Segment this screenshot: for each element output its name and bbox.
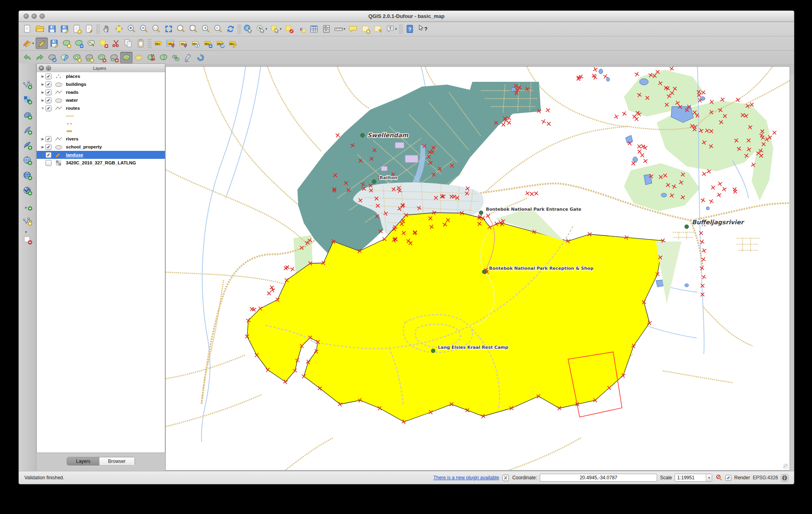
zoom-window-button[interactable] xyxy=(40,14,45,19)
labeling-button[interactable]: abc xyxy=(152,38,164,49)
layer-visibility-checkbox[interactable]: ✓ xyxy=(46,152,51,158)
scale-combo[interactable]: 1:19951 ▼ xyxy=(675,474,712,482)
layer-item-buildings[interactable]: ▶✓buildings xyxy=(37,80,165,88)
coordinate-input[interactable]: 20.4945,-34.0787 xyxy=(540,474,657,482)
refresh-button[interactable] xyxy=(224,23,237,35)
add-mssql-layer-button[interactable] xyxy=(21,139,34,151)
split-features-button[interactable] xyxy=(145,52,157,63)
minimize-window-button[interactable] xyxy=(32,14,37,19)
save-project-as-button[interactable] xyxy=(58,23,71,35)
layer-item-water[interactable]: ▶✓water xyxy=(37,96,165,104)
measure-button[interactable] xyxy=(333,23,345,35)
help-button[interactable]: ? xyxy=(404,23,416,35)
crs-button[interactable] xyxy=(781,474,788,482)
layer-visibility-checkbox[interactable]: ✓ xyxy=(46,81,51,87)
current-edits-button[interactable] xyxy=(21,38,34,49)
undo-button[interactable] xyxy=(21,52,34,63)
add-spatialite-layer-button[interactable] xyxy=(21,124,34,136)
text-annotation-button[interactable]: T xyxy=(384,23,396,35)
plugin-icon[interactable] xyxy=(502,474,509,482)
layer-visibility-checkbox[interactable] xyxy=(46,160,51,166)
layer-expand-icon[interactable]: ▶ xyxy=(40,145,46,149)
zoom-out-button[interactable] xyxy=(138,23,150,35)
title-bar[interactable]: QGIS 2.0.1-Dufour - basic_map xyxy=(19,11,794,22)
cut-features-button[interactable] xyxy=(110,38,122,49)
delete-selected-button[interactable] xyxy=(97,38,110,49)
attribute-table-button[interactable] xyxy=(308,23,320,35)
panel-tab-layers[interactable]: Layers xyxy=(67,457,99,465)
run-feature-action-button[interactable] xyxy=(254,23,267,35)
scale-dropdown-icon[interactable]: ▼ xyxy=(706,474,712,481)
redo-button[interactable] xyxy=(34,52,46,63)
new-composer-button[interactable] xyxy=(71,23,83,35)
map-canvas[interactable]: SwellendamRailtonBontebok National Park … xyxy=(165,66,790,471)
layer-expand-icon[interactable]: ▼ xyxy=(40,107,46,110)
add-vector-layer-button[interactable] xyxy=(21,79,34,90)
add-feature-button[interactable] xyxy=(60,38,73,49)
zoom-in-button[interactable] xyxy=(125,23,138,35)
move-label-button[interactable]: abc xyxy=(202,38,214,49)
field-calculator-button[interactable] xyxy=(320,23,333,35)
layer-expand-icon[interactable]: ▶ xyxy=(40,75,46,78)
layer-item-places[interactable]: ▶✓places xyxy=(37,72,165,80)
move-feature-button[interactable] xyxy=(73,38,85,49)
layer-visibility-checkbox[interactable]: ✓ xyxy=(46,97,51,103)
merge-attributes-button[interactable] xyxy=(182,52,194,63)
add-part-button[interactable] xyxy=(83,52,95,63)
layer-item-routes[interactable]: ▼✓routes xyxy=(37,104,165,112)
layer-visibility-checkbox[interactable]: ✓ xyxy=(46,136,51,142)
zoom-to-selection-button[interactable] xyxy=(175,23,187,35)
save-project-button[interactable] xyxy=(46,23,58,35)
new-shapefile-layer-button[interactable] xyxy=(21,215,34,227)
add-postgis-layer-button[interactable] xyxy=(21,109,34,121)
whats-this-button[interactable]: ? xyxy=(416,23,428,35)
rotate-feature-button[interactable] xyxy=(46,52,58,63)
layer-expand-icon[interactable]: ▶ xyxy=(40,137,46,141)
zoom-full-button[interactable] xyxy=(162,23,175,35)
change-label-button[interactable]: abc xyxy=(226,38,239,49)
panel-float-icon[interactable]: ❐ xyxy=(46,65,51,71)
highlight-pinned-labels-button[interactable]: ab xyxy=(177,38,189,49)
add-ring-button[interactable] xyxy=(71,52,83,63)
layer-visibility-checkbox[interactable]: ✓ xyxy=(46,73,51,79)
close-window-button[interactable] xyxy=(24,14,29,19)
show-hide-labels-button[interactable]: abc xyxy=(189,38,202,49)
new-shapefile-layer-dropdown-icon[interactable]: ▾ xyxy=(25,230,28,234)
remove-layer-button[interactable] xyxy=(21,234,34,245)
reshape-features-button[interactable] xyxy=(120,52,133,63)
render-checkbox[interactable]: ✓ xyxy=(725,475,731,481)
merge-features-button[interactable] xyxy=(170,52,182,63)
plugin-available-link[interactable]: There is a new plugin available xyxy=(433,475,499,480)
open-project-button[interactable] xyxy=(34,23,46,35)
delete-part-button[interactable] xyxy=(108,52,120,63)
select-by-expression-button[interactable]: ε xyxy=(295,23,308,35)
add-raster-layer-button[interactable] xyxy=(21,94,34,105)
layer-visibility-checkbox[interactable]: ✓ xyxy=(46,89,51,95)
save-edits-button[interactable] xyxy=(48,38,60,49)
zoom-native-button[interactable]: 1:1 xyxy=(150,23,162,35)
deselect-features-button[interactable] xyxy=(283,23,295,35)
layer-expand-icon[interactable]: ▶ xyxy=(40,99,46,102)
zoom-to-layer-button[interactable] xyxy=(187,23,200,35)
identify-button[interactable]: i xyxy=(242,23,254,35)
select-features-button[interactable] xyxy=(269,23,281,35)
pin-labels-button[interactable]: ab xyxy=(164,38,177,49)
magnifier-lock-icon[interactable] xyxy=(715,474,723,482)
split-parts-button[interactable] xyxy=(157,52,170,63)
pan-to-selection-button[interactable] xyxy=(113,23,125,35)
add-wfs-layer-button[interactable] xyxy=(21,185,34,196)
map-tips-button[interactable] xyxy=(347,23,359,35)
panel-tab-browser[interactable]: Browser xyxy=(99,457,135,465)
copy-features-button[interactable] xyxy=(122,38,135,49)
layer-item-3420C_2010_327_RGB_LATLNG[interactable]: 3420C_2010_327_RGB_LATLNG xyxy=(37,159,165,167)
zoom-next-button[interactable] xyxy=(212,23,224,35)
add-delimited-text-layer-button[interactable]: , xyxy=(21,200,34,212)
rotate-point-symbols-button[interactable] xyxy=(194,52,207,63)
show-bookmarks-button[interactable] xyxy=(372,23,384,35)
layer-expand-icon[interactable]: ▶ xyxy=(40,91,46,94)
toggle-editing-button[interactable] xyxy=(36,38,48,49)
layer-expand-icon[interactable]: ▶ xyxy=(40,83,46,86)
layer-visibility-checkbox[interactable]: ✓ xyxy=(46,105,51,111)
panel-close-icon[interactable]: ✕ xyxy=(39,65,44,71)
offset-curve-button[interactable] xyxy=(133,52,145,63)
